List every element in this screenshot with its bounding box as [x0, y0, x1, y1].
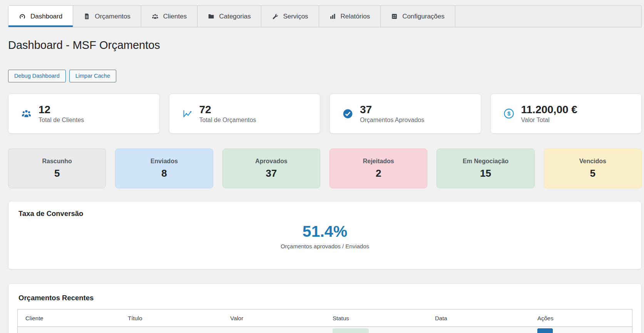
status-label: Em Negociação: [463, 158, 509, 165]
tab-orcamentos[interactable]: Orçamentos: [73, 6, 141, 27]
conversion-title: Taxa de Conversão: [18, 209, 631, 218]
stat-card-total-orcamentos: 72 Total de Orçamentos: [169, 94, 321, 134]
status-box-enviados: Enviados 8: [115, 149, 213, 188]
column-header-data: Data: [427, 310, 530, 326]
column-header-titulo: Título: [120, 310, 222, 326]
status-count: 15: [480, 167, 491, 179]
tab-label: Serviços: [283, 13, 308, 20]
status-box-vencidos: Vencidos 5: [544, 149, 642, 188]
stat-card-total-clientes: 12 Total de Clientes: [8, 94, 160, 134]
page-action-buttons: Debug Dashboard Limpar Cache: [8, 70, 116, 82]
stat-value: 72: [199, 104, 256, 116]
stat-cards-row: 12 Total de Clientes 72 Total de Orçamen…: [8, 94, 642, 134]
recent-quotes-table: Cliente Título Valor Status Data Ações: [17, 309, 632, 333]
status-boxes-row: Rascunho 5 Enviados 8 Aprovados 37 Rejei…: [8, 149, 642, 188]
table-row: [18, 327, 632, 333]
document-icon: [84, 13, 90, 20]
stat-label: Total de Clientes: [38, 117, 84, 124]
tab-dashboard[interactable]: Dashboard: [8, 6, 73, 27]
people-icon: [152, 13, 159, 20]
status-count: 8: [161, 167, 167, 179]
table-header-row: Cliente Título Valor Status Data Ações: [18, 310, 632, 327]
status-badge: [333, 328, 369, 333]
cell-titulo: [120, 327, 222, 328]
tab-categorias[interactable]: Categorias: [197, 6, 261, 27]
column-header-valor: Valor: [222, 310, 325, 326]
stat-label: Total de Orçamentos: [199, 117, 256, 124]
debug-dashboard-button[interactable]: Debug Dashboard: [8, 70, 66, 82]
tab-label: Configurações: [402, 13, 445, 20]
stat-card-valor-total: $ 11.200,00 € Valor Total: [490, 94, 642, 134]
conversion-value: 51.4%: [18, 223, 631, 240]
status-label: Rejeitados: [363, 158, 394, 165]
cell-acoes: [530, 327, 632, 333]
clear-cache-button[interactable]: Limpar Cache: [69, 70, 116, 82]
line-chart-icon: [182, 109, 192, 119]
page-title: Dashboard - MSF Orçamentos: [8, 39, 160, 52]
status-label: Vencidos: [579, 158, 606, 165]
column-header-cliente: Cliente: [18, 310, 120, 326]
status-box-rascunho: Rascunho 5: [8, 149, 106, 188]
tab-bar-filler: [455, 6, 641, 27]
settings-icon: [391, 13, 398, 20]
stat-value: 11.200,00 €: [521, 104, 577, 116]
stat-value: 37: [360, 104, 424, 116]
wrench-icon: [272, 13, 278, 20]
euro-circle-icon: $: [503, 108, 514, 119]
conversion-subtitle: Orçamentos aprovados / Enviados: [18, 243, 631, 249]
folder-icon: [208, 13, 214, 20]
stat-label: Valor Total: [521, 117, 577, 124]
tab-servicos[interactable]: Serviços: [261, 6, 319, 27]
tab-label: Relatórios: [341, 13, 370, 20]
cell-cliente: [18, 327, 120, 328]
column-header-status: Status: [325, 310, 427, 326]
status-count: 37: [266, 167, 277, 179]
status-label: Enviados: [151, 158, 178, 165]
tab-label: Clientes: [163, 13, 187, 20]
tab-label: Categorias: [219, 13, 251, 20]
svg-text:$: $: [507, 110, 510, 117]
status-count: 5: [54, 167, 60, 179]
stat-card-orcamentos-aprovados: 37 Orçamentos Aprovados: [330, 94, 481, 134]
status-box-em-negociacao: Em Negociação 15: [437, 149, 534, 188]
cell-valor: [222, 327, 325, 328]
tab-label: Dashboard: [30, 13, 62, 20]
people-icon: [21, 109, 32, 119]
status-label: Aprovados: [255, 158, 288, 165]
cell-data: [427, 327, 530, 328]
dashboard-page: Dashboard Orçamentos Clientes Categorias: [0, 0, 644, 333]
status-label: Rascunho: [42, 158, 72, 165]
tab-label: Orçamentos: [95, 13, 130, 20]
tab-configuracoes[interactable]: Configurações: [381, 6, 455, 27]
row-action-button[interactable]: [537, 328, 553, 333]
tab-relatorios[interactable]: Relatórios: [319, 6, 381, 27]
recent-quotes-title: Orçamentos Recentes: [18, 294, 632, 302]
column-header-acoes: Ações: [530, 310, 632, 326]
check-circle-icon: [343, 109, 353, 119]
status-box-aprovados: Aprovados 37: [222, 149, 320, 188]
stat-value: 12: [38, 104, 84, 116]
stat-label: Orçamentos Aprovados: [360, 117, 424, 124]
dashboard-gauge-icon: [19, 13, 26, 20]
cell-status: [325, 327, 427, 333]
main-tab-bar: Dashboard Orçamentos Clientes Categorias: [8, 5, 642, 27]
tab-clientes[interactable]: Clientes: [141, 6, 197, 27]
conversion-rate-card: Taxa de Conversão 51.4% Orçamentos aprov…: [8, 201, 642, 269]
status-count: 5: [590, 167, 595, 179]
status-count: 2: [376, 167, 381, 179]
bar-chart-icon: [330, 13, 336, 20]
status-box-rejeitados: Rejeitados 2: [330, 149, 427, 188]
recent-quotes-card: Orçamentos Recentes Cliente Título Valor…: [8, 283, 642, 333]
